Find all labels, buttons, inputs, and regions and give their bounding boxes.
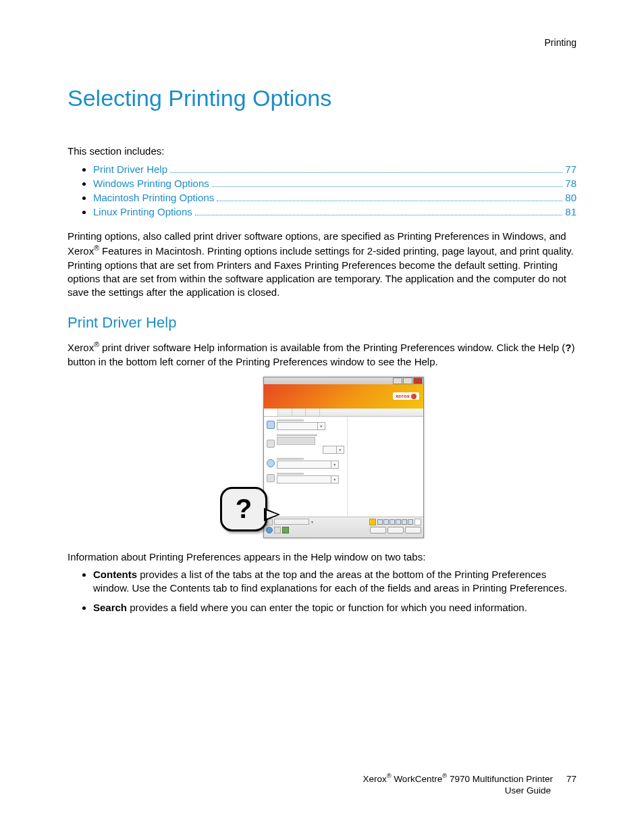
dialog-button bbox=[405, 527, 421, 533]
page-footer: Xerox® WorkCentre® 7970 Multifunction Pr… bbox=[320, 772, 576, 797]
placeholder-label bbox=[277, 473, 304, 475]
toc-item: Print Driver Help 77 bbox=[93, 163, 576, 175]
question-mark-icon: ? bbox=[236, 494, 252, 524]
status-icon bbox=[414, 519, 421, 525]
footer-subtitle: User Guide bbox=[320, 785, 576, 797]
dialog-banner: xerox bbox=[264, 384, 423, 409]
window-titlebar bbox=[264, 377, 423, 384]
section-intro: This section includes: bbox=[68, 145, 576, 157]
placeholder-label bbox=[277, 434, 317, 436]
toc-link[interactable]: Linux Printing Options bbox=[93, 206, 192, 217]
placeholder-field bbox=[277, 437, 315, 445]
toc-item: Linux Printing Options 81 bbox=[93, 206, 576, 217]
xerox-ball-icon bbox=[411, 394, 417, 399]
list-item: Search provides a field where you can en… bbox=[93, 601, 576, 615]
status-icon bbox=[274, 527, 281, 533]
placeholder-label bbox=[277, 419, 304, 421]
minimize-icon bbox=[393, 377, 402, 384]
dialog-left-panel: ▼ ▼ ▼ bbox=[264, 417, 348, 517]
dialog-tab bbox=[264, 409, 278, 416]
eco-icon bbox=[282, 527, 289, 533]
toc-page-number[interactable]: 77 bbox=[565, 163, 576, 175]
document-page: Printing Selecting Printing Options This… bbox=[0, 0, 644, 834]
option-icon bbox=[267, 440, 275, 448]
thumbnail-strip bbox=[377, 519, 413, 525]
dialog-tab bbox=[278, 409, 292, 416]
footer-page-number: 77 bbox=[566, 773, 576, 785]
option-icon bbox=[267, 459, 275, 467]
dialog-right-panel bbox=[348, 417, 423, 517]
toc-leader bbox=[195, 215, 563, 215]
dropdown-icon: ▼ bbox=[277, 475, 339, 484]
toc-page-number[interactable]: 78 bbox=[565, 178, 576, 189]
xerox-logo: xerox bbox=[393, 392, 419, 400]
close-icon bbox=[413, 377, 423, 384]
dialog-panel: ▼ ▼ ▼ bbox=[264, 417, 423, 517]
option-icon bbox=[267, 421, 275, 429]
toc-link[interactable]: Print Driver Help bbox=[93, 163, 167, 175]
dialog-statusbar: ▼ bbox=[264, 517, 423, 538]
option-icon bbox=[267, 474, 275, 482]
callout-pointer-icon bbox=[264, 508, 280, 521]
list-item: Contents provides a list of the tabs at … bbox=[93, 568, 576, 596]
section-heading: Print Driver Help bbox=[68, 314, 576, 332]
toc-link[interactable]: Macintosh Printing Options bbox=[93, 192, 214, 203]
bullet-list: Contents provides a list of the tabs at … bbox=[68, 568, 576, 615]
dropdown-icon: ▼ bbox=[277, 422, 325, 430]
body-paragraph: Printing options, also called print driv… bbox=[68, 230, 576, 299]
dropdown-icon: ▼ bbox=[277, 461, 339, 469]
chevron-down-icon: ▼ bbox=[311, 520, 314, 524]
body-paragraph: Xerox® print driver software Help inform… bbox=[68, 340, 576, 369]
dialog-button bbox=[370, 527, 386, 533]
help-icon bbox=[266, 527, 273, 533]
toc-page-number[interactable]: 80 bbox=[565, 192, 576, 203]
placeholder-label bbox=[277, 458, 304, 460]
dialog-button bbox=[387, 527, 404, 533]
body-paragraph: Information about Printing Preferences a… bbox=[68, 550, 576, 564]
toc-list: Print Driver Help 77 Windows Printing Op… bbox=[68, 163, 576, 217]
toc-link[interactable]: Windows Printing Options bbox=[93, 178, 209, 189]
printing-preferences-dialog: xerox ▼ bbox=[263, 377, 424, 538]
toc-page-number[interactable]: 81 bbox=[565, 206, 576, 217]
dropdown-icon: ▼ bbox=[323, 446, 344, 454]
dialog-tabs bbox=[264, 409, 423, 417]
page-title: Selecting Printing Options bbox=[68, 85, 576, 111]
dialog-tab bbox=[306, 409, 320, 416]
figure: ? xerox bbox=[68, 377, 576, 538]
warning-icon bbox=[369, 519, 376, 525]
toc-item: Macintosh Printing Options 80 bbox=[93, 192, 576, 203]
toc-item: Windows Printing Options 78 bbox=[93, 178, 576, 189]
toc-leader bbox=[170, 172, 562, 173]
maximize-icon bbox=[403, 377, 412, 384]
toc-leader bbox=[212, 186, 563, 187]
help-callout-icon: ? bbox=[220, 487, 267, 531]
dialog-tab bbox=[292, 409, 306, 416]
running-head: Printing bbox=[68, 37, 576, 48]
toc-leader bbox=[217, 201, 562, 201]
footer-product: Xerox® WorkCentre® 7970 Multifunction Pr… bbox=[363, 772, 553, 785]
